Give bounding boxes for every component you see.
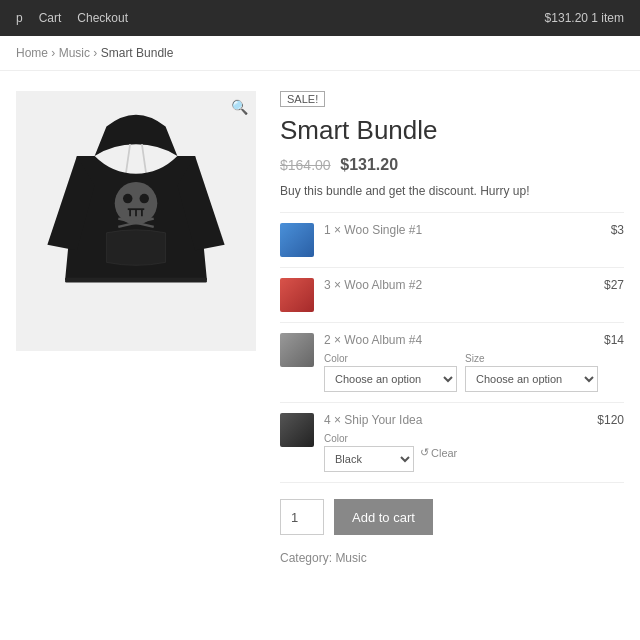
bundle-item-name: 4 × Ship Your Idea bbox=[324, 413, 422, 427]
category-row: Category: Music bbox=[280, 545, 624, 565]
price-old: $164.00 bbox=[280, 157, 331, 173]
price-new: $131.20 bbox=[340, 156, 398, 173]
category-label: Category: bbox=[280, 551, 332, 565]
nav-link-home[interactable]: p bbox=[16, 11, 23, 25]
breadcrumb: Home › Music › Smart Bundle bbox=[0, 36, 640, 71]
nav-link-checkout[interactable]: Checkout bbox=[77, 11, 128, 25]
add-to-cart-button[interactable]: Add to cart bbox=[334, 499, 433, 535]
sale-badge: SALE! bbox=[280, 91, 325, 107]
bundle-item: 2 × Woo Album #4 $14 Color Choose an opt… bbox=[280, 323, 624, 403]
category-link[interactable]: Music bbox=[335, 551, 366, 565]
cart-summary: $131.20 1 item bbox=[545, 11, 624, 25]
bundle-items: 1 × Woo Single #1 $3 3 × Woo Album #2 $2… bbox=[280, 212, 624, 483]
size-option-group: Size Choose an option S M L XL bbox=[465, 353, 598, 392]
bundle-item-row: 3 × Woo Album #2 $27 bbox=[324, 278, 624, 292]
zoom-icon[interactable]: 🔍 bbox=[231, 99, 248, 115]
bundle-item: 1 × Woo Single #1 $3 bbox=[280, 213, 624, 268]
product-info: SALE! Smart Bundle $164.00 $131.20 Buy t… bbox=[280, 91, 624, 565]
top-navigation: p Cart Checkout $131.20 1 item bbox=[0, 0, 640, 36]
size-select[interactable]: Choose an option S M L XL bbox=[465, 366, 598, 392]
nav-links: p Cart Checkout bbox=[16, 11, 128, 25]
bundle-item-thumb bbox=[280, 333, 314, 367]
bundle-item-row: 2 × Woo Album #4 $14 bbox=[324, 333, 624, 347]
size-label: Size bbox=[465, 353, 598, 364]
breadcrumb-music[interactable]: Music bbox=[59, 46, 90, 60]
product-layout: 🔍 bbox=[0, 71, 640, 585]
bundle-item-price: $120 bbox=[597, 413, 624, 427]
quantity-input[interactable] bbox=[280, 499, 324, 535]
bundle-item-name: 1 × Woo Single #1 bbox=[324, 223, 422, 237]
clear-link[interactable]: ↺ Clear bbox=[420, 446, 457, 459]
bundle-item-price: $3 bbox=[611, 223, 624, 237]
color-select[interactable]: Choose an option Black White bbox=[324, 366, 457, 392]
bundle-item: 3 × Woo Album #2 $27 bbox=[280, 268, 624, 323]
svg-point-3 bbox=[123, 194, 132, 203]
svg-rect-7 bbox=[65, 278, 207, 283]
product-title: Smart Bundle bbox=[280, 115, 624, 146]
bundle-item-name: 3 × Woo Album #2 bbox=[324, 278, 422, 292]
color-row: Color Black White Red ↺ Clear bbox=[324, 433, 624, 472]
bundle-message: Buy this bundle and get the discount. Hu… bbox=[280, 184, 624, 198]
clear-icon: ↺ bbox=[420, 446, 429, 459]
bundle-item-price: $27 bbox=[604, 278, 624, 292]
svg-point-4 bbox=[140, 194, 149, 203]
price-wrap: $164.00 $131.20 bbox=[280, 156, 624, 174]
bundle-item-row: 4 × Ship Your Idea $120 bbox=[324, 413, 624, 427]
color-option-group-2: Color Black White Red bbox=[324, 433, 414, 472]
product-image-wrap: 🔍 bbox=[16, 91, 256, 351]
bundle-options: Color Choose an option Black White Size … bbox=[324, 353, 624, 392]
bundle-item-thumb bbox=[280, 278, 314, 312]
bundle-item-thumb bbox=[280, 223, 314, 257]
bundle-item-name: 2 × Woo Album #4 bbox=[324, 333, 422, 347]
color-select-2[interactable]: Black White Red bbox=[324, 446, 414, 472]
bundle-item: 4 × Ship Your Idea $120 Color Black Whit… bbox=[280, 403, 624, 483]
clear-label: Clear bbox=[431, 447, 457, 459]
bundle-item-price: $14 bbox=[604, 333, 624, 347]
breadcrumb-current: Smart Bundle bbox=[101, 46, 174, 60]
breadcrumb-home[interactable]: Home bbox=[16, 46, 48, 60]
add-to-cart-row: Add to cart bbox=[280, 483, 624, 545]
color-option-group: Color Choose an option Black White bbox=[324, 353, 457, 392]
bundle-item-thumb bbox=[280, 413, 314, 447]
color-label: Color bbox=[324, 353, 457, 364]
nav-link-cart[interactable]: Cart bbox=[39, 11, 62, 25]
color-label-2: Color bbox=[324, 433, 414, 444]
bundle-item-row: 1 × Woo Single #1 $3 bbox=[324, 223, 624, 237]
product-image bbox=[16, 91, 256, 351]
